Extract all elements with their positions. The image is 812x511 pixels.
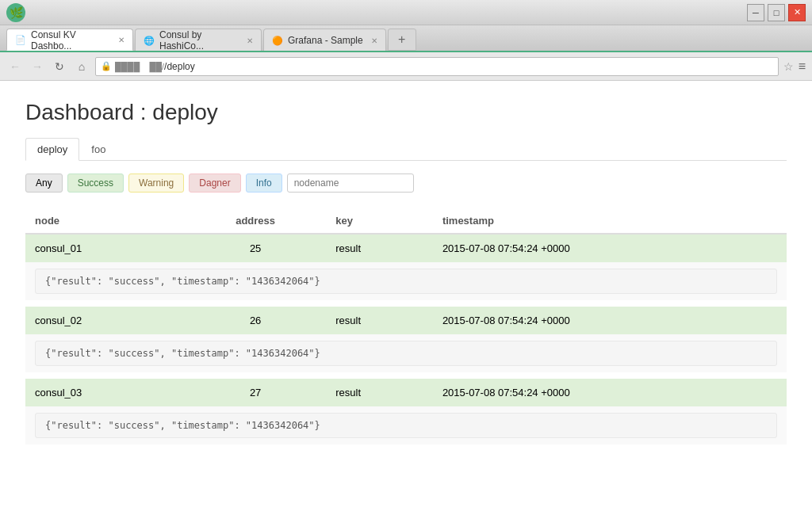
col-header-address: address <box>185 208 326 234</box>
cell-key-0: result <box>326 234 433 262</box>
cell-detail-2: {"result": "success", "timestamp": "1436… <box>25 406 787 448</box>
col-header-node: node <box>25 208 185 234</box>
cell-timestamp-2: 2015-07-08 07:54:24 +0000 <box>433 376 787 406</box>
tab-label-0: Consul KV Dashbo... <box>31 29 110 51</box>
cell-detail-1: {"result": "success", "timestamp": "1436… <box>25 334 787 376</box>
close-button[interactable]: ✕ <box>788 4 806 21</box>
tab-close-0[interactable]: ✕ <box>118 36 124 44</box>
reload-button[interactable]: ↻ <box>51 58 68 75</box>
browser-tab-0[interactable]: 📄 Consul KV Dashbo... ✕ <box>6 29 133 51</box>
tab-label-1: Consul by HashiCo... <box>159 29 239 51</box>
nodename-filter[interactable] <box>287 174 414 193</box>
tab-label-2: Grafana - Sample <box>288 35 363 46</box>
table-row[interactable]: consul_01 25 result 2015-07-08 07:54:24 … <box>25 234 787 262</box>
tab-icon-1: 🌐 <box>144 36 155 46</box>
cell-key-2: result <box>326 376 433 406</box>
page-title: Dashboard : deploy <box>25 100 787 125</box>
browser-tab-2[interactable]: 🟠 Grafana - Sample ✕ <box>263 29 386 51</box>
bookmark-icon[interactable]: ☆ <box>783 60 794 73</box>
tab-icon-0: 📄 <box>15 35 26 45</box>
minimize-button[interactable]: ─ <box>747 4 764 21</box>
tab-foo[interactable]: foo <box>79 138 117 161</box>
tab-icon-2: 🟠 <box>272 36 283 46</box>
cell-node-2: consul_03 <box>25 376 185 406</box>
address-bar: ← → ↻ ⌂ 🔒 ████ ██/ /deploy ☆ ≡ <box>0 52 812 81</box>
cell-node-1: consul_02 <box>25 303 185 334</box>
cell-address-0: 25 <box>185 234 326 262</box>
filter-bar: Any Success Warning Dagner Info <box>25 174 787 193</box>
page-content: Dashboard : deploy deploy foo Any Succes… <box>0 81 812 511</box>
menu-icon[interactable]: ≡ <box>799 59 806 74</box>
filter-any[interactable]: Any <box>25 174 63 193</box>
title-bar-controls: ─ □ ✕ <box>747 4 806 21</box>
cell-timestamp-1: 2015-07-08 07:54:24 +0000 <box>433 303 787 334</box>
table-detail-row: {"result": "success", "timestamp": "1436… <box>25 334 787 376</box>
browser-tab-1[interactable]: 🌐 Consul by HashiCo... ✕ <box>135 29 262 51</box>
tab-deploy[interactable]: deploy <box>25 138 79 161</box>
url-path: /deploy <box>164 61 195 72</box>
browser-logo: 🌿 <box>6 3 25 22</box>
detail-content-1: {"result": "success", "timestamp": "1436… <box>35 341 777 366</box>
detail-content-2: {"result": "success", "timestamp": "1436… <box>35 413 777 438</box>
url-secure-icon: 🔒 <box>101 61 112 71</box>
tab-close-1[interactable]: ✕ <box>247 36 253 45</box>
title-bar: 🌿 ─ □ ✕ <box>0 0 812 25</box>
cell-node-0: consul_01 <box>25 234 185 262</box>
detail-content-0: {"result": "success", "timestamp": "1436… <box>35 269 777 294</box>
home-button[interactable]: ⌂ <box>73 58 90 75</box>
data-table: node address key timestamp consul_01 25 … <box>25 208 787 451</box>
forward-button[interactable]: → <box>29 58 46 75</box>
tab-close-2[interactable]: ✕ <box>371 36 377 45</box>
table-detail-row: {"result": "success", "timestamp": "1436… <box>25 262 787 303</box>
maximize-button[interactable]: □ <box>768 4 785 21</box>
browser-tabs-bar: 📄 Consul KV Dashbo... ✕ 🌐 Consul by Hash… <box>0 25 812 52</box>
table-header-row: node address key timestamp <box>25 208 787 234</box>
url-text: ████ ██/ <box>115 62 164 71</box>
table-row[interactable]: consul_03 27 result 2015-07-08 07:54:24 … <box>25 376 787 406</box>
url-input[interactable]: 🔒 ████ ██/ /deploy <box>95 57 779 76</box>
browser-window: 🌿 ─ □ ✕ 📄 Consul KV Dashbo... ✕ 🌐 Consul… <box>0 0 812 511</box>
filter-warning[interactable]: Warning <box>128 174 184 193</box>
nav-tabs: deploy foo <box>25 138 787 161</box>
filter-success[interactable]: Success <box>67 174 124 193</box>
filter-danger[interactable]: Dagner <box>189 174 240 193</box>
cell-key-1: result <box>326 303 433 334</box>
back-button[interactable]: ← <box>6 58 24 75</box>
col-header-timestamp: timestamp <box>433 208 787 234</box>
cell-detail-0: {"result": "success", "timestamp": "1436… <box>25 262 787 303</box>
filter-info[interactable]: Info <box>246 174 282 193</box>
cell-address-1: 26 <box>185 303 326 334</box>
new-tab-button[interactable]: + <box>388 29 416 51</box>
table-detail-row: {"result": "success", "timestamp": "1436… <box>25 406 787 448</box>
table-row[interactable]: consul_02 26 result 2015-07-08 07:54:24 … <box>25 303 787 334</box>
col-header-key: key <box>326 208 433 234</box>
cell-address-2: 27 <box>185 376 326 406</box>
cell-timestamp-0: 2015-07-08 07:54:24 +0000 <box>433 234 787 262</box>
